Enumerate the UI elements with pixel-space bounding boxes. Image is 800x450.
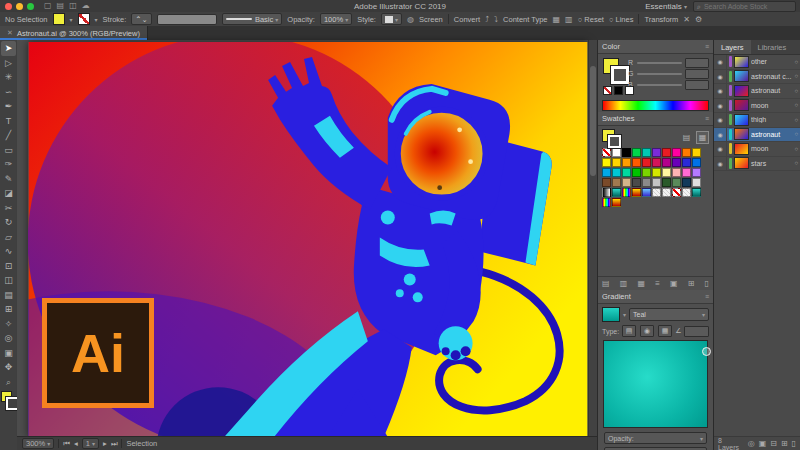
stock-search[interactable]: ⌕ (693, 1, 796, 12)
fill-stroke-indicator[interactable] (1, 391, 16, 411)
swatch[interactable] (662, 148, 671, 157)
panel-menu-icon[interactable]: ≡ (705, 43, 709, 50)
arrange-icon[interactable]: ✕ (683, 15, 690, 24)
swatch[interactable] (642, 148, 651, 157)
layer-row[interactable]: ◉stars○ (714, 157, 800, 172)
new-layer-icon[interactable]: ⊞ (781, 437, 788, 450)
style-swatch-dropdown[interactable]: ▾ (381, 13, 402, 25)
clipping-mask-icon[interactable]: ▣ (759, 437, 767, 450)
reset-option[interactable]: ○ Reset (578, 15, 604, 24)
transform-button[interactable]: Transform (644, 15, 678, 24)
swatch[interactable] (602, 178, 611, 187)
screen-mode-label[interactable]: Screen (419, 15, 443, 24)
swatch-options-icon[interactable]: ≡ (655, 277, 660, 290)
next-artboard-button[interactable]: ▸ (103, 439, 107, 448)
selection-tool[interactable]: ➤ (1, 41, 16, 56)
minimize-window-button[interactable] (16, 3, 23, 10)
swatch[interactable] (652, 148, 661, 157)
zoom-window-button[interactable] (27, 3, 34, 10)
layer-target-icon[interactable]: ○ (794, 117, 798, 123)
swatch[interactable] (682, 188, 691, 197)
swatch[interactable] (642, 168, 651, 177)
locate-object-icon[interactable]: ◎ (748, 437, 755, 450)
layer-target-icon[interactable]: ○ (794, 146, 798, 152)
convert-down-icon[interactable]: ⤵ (494, 15, 498, 24)
swatch[interactable] (612, 168, 621, 177)
swatch[interactable] (652, 188, 661, 197)
panel-menu-icon[interactable]: ≡ (705, 293, 709, 300)
none-swatch[interactable] (603, 86, 612, 95)
paintbrush-tool[interactable]: ✑ (1, 157, 16, 172)
eyedropper-tool[interactable]: ✧ (1, 317, 16, 332)
shape-builder-tool[interactable]: ◫ (1, 273, 16, 288)
layer-target-icon[interactable]: ○ (794, 102, 798, 108)
swatch[interactable] (682, 158, 691, 167)
tab-layers[interactable]: Layers (714, 40, 751, 54)
magic-wand-tool[interactable]: ✳ (1, 70, 16, 85)
swatch-libraries-icon[interactable]: ▤ (602, 277, 610, 290)
artboard-tool[interactable]: ▣ (1, 346, 16, 361)
swatch[interactable] (642, 158, 651, 167)
scrollbar-thumb[interactable] (590, 66, 596, 176)
swatch-themes-icon[interactable]: ▥ (620, 277, 628, 290)
radial-gradient-icon[interactable]: ◉ (640, 325, 654, 337)
rectangle-tool[interactable]: ▭ (1, 143, 16, 158)
pencil-tool[interactable]: ✎ (1, 172, 16, 187)
swatch[interactable] (622, 148, 631, 157)
stroke-swatch[interactable] (611, 66, 629, 84)
swatch[interactable] (682, 178, 691, 187)
layer-row[interactable]: ◉moon○ (714, 99, 800, 114)
swatch[interactable] (612, 148, 621, 157)
swatch[interactable] (612, 178, 621, 187)
layer-target-icon[interactable]: ○ (794, 73, 798, 79)
zoom-level-dropdown[interactable]: 300%▾ (22, 438, 54, 449)
swatch[interactable] (692, 158, 701, 167)
stroke-weight-stepper[interactable]: ⌃⌄ (131, 13, 152, 25)
mesh-tool[interactable]: ⊞ (1, 302, 16, 317)
convert-up-icon[interactable]: ⤴ (485, 15, 489, 24)
swatch[interactable] (602, 198, 611, 207)
visibility-eye-icon[interactable]: ◉ (716, 73, 724, 80)
color-spectrum-bar[interactable] (602, 100, 709, 111)
layer-target-icon[interactable]: ○ (794, 160, 798, 166)
workspace-switcher[interactable]: Essentials ▾ (645, 2, 687, 11)
swatch[interactable] (652, 178, 661, 187)
prev-artboard-button[interactable]: ◂ (74, 439, 78, 448)
swatch[interactable] (602, 168, 611, 177)
swatch[interactable] (612, 158, 621, 167)
type-tool[interactable]: T (1, 114, 16, 129)
swatch[interactable] (602, 158, 611, 167)
swatch[interactable] (612, 198, 621, 207)
content-grid-icon[interactable]: ▦ (553, 15, 561, 24)
hand-tool[interactable]: ✥ (1, 360, 16, 375)
layer-row[interactable]: ◉moon○ (714, 142, 800, 157)
freeform-gradient-preview[interactable] (603, 340, 708, 428)
black-swatch[interactable] (614, 86, 623, 95)
channel-slider[interactable] (637, 62, 682, 64)
swatch[interactable] (632, 168, 641, 177)
new-color-group-icon[interactable]: ▣ (670, 277, 678, 290)
blend-tool[interactable]: ◎ (1, 331, 16, 346)
layer-row[interactable]: ◉thigh○ (714, 113, 800, 128)
opacity-value[interactable]: 100% ▾ (320, 13, 352, 25)
swatch[interactable] (622, 158, 631, 167)
new-doc-icon[interactable]: ▢ (44, 0, 52, 12)
swatch[interactable] (662, 188, 671, 197)
free-transform-tool[interactable]: ⊡ (1, 259, 16, 274)
scale-tool[interactable]: ▱ (1, 230, 16, 245)
direct-selection-tool[interactable]: ▷ (1, 56, 16, 71)
freeform-gradient-icon[interactable]: ▦ (658, 325, 672, 337)
lasso-tool[interactable]: ∽ (1, 85, 16, 100)
channel-value-field[interactable] (685, 80, 709, 90)
close-window-button[interactable] (5, 3, 12, 10)
swatch[interactable] (632, 158, 641, 167)
gradient-thumbnail[interactable] (602, 307, 620, 322)
last-artboard-button[interactable]: ⏭ (111, 439, 118, 449)
swatch[interactable] (682, 148, 691, 157)
content-rows-icon[interactable]: ▥ (565, 15, 573, 24)
swatch[interactable] (642, 188, 651, 197)
channel-slider[interactable] (637, 73, 682, 75)
grid-view-icon[interactable]: ▦ (696, 131, 709, 144)
visibility-eye-icon[interactable]: ◉ (716, 131, 724, 138)
artboard[interactable]: Ai (28, 42, 588, 437)
